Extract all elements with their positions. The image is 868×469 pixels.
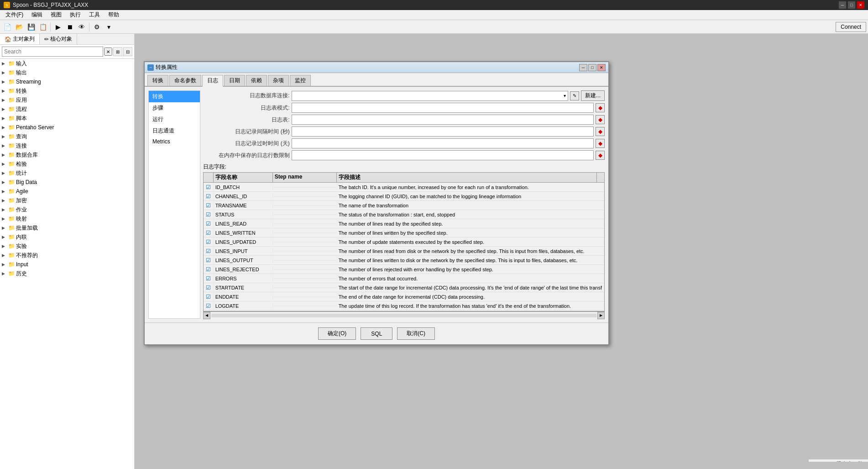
bottom-scrollbar[interactable] xyxy=(135,462,868,469)
tree-item-job[interactable]: ▶ 📁 作业 xyxy=(0,205,134,214)
tree-item-bulk[interactable]: ▶ 📁 批量加载 xyxy=(0,223,134,232)
nav-run[interactable]: 运行 xyxy=(149,114,200,125)
log-table-schema-input[interactable] xyxy=(292,103,594,113)
table-row[interactable]: ☑STARTDATEThe start of the date range fo… xyxy=(204,283,604,292)
tree-item-connect[interactable]: ▶ 📁 连接 xyxy=(0,141,134,150)
tree-item-validate[interactable]: ▶ 📁 检验 xyxy=(0,159,134,169)
log-size-clear-button[interactable]: ◆ xyxy=(596,151,605,160)
log-size-input[interactable] xyxy=(292,150,594,160)
save-as-button[interactable]: 📋 xyxy=(37,21,48,32)
menu-file[interactable]: 文件(F) xyxy=(2,10,27,20)
tree-item-streaming[interactable]: ▶ 📁 Streaming xyxy=(0,77,134,86)
nav-transform[interactable]: 转换 xyxy=(149,91,200,102)
dialog-tab-log[interactable]: 日志 xyxy=(202,75,223,87)
table-row[interactable]: ☑ID_BATCHThe batch ID. It's a unique num… xyxy=(204,183,604,192)
table-row[interactable]: ☑LINES_READThe number of lines read by t… xyxy=(204,219,604,228)
cell-check[interactable]: ☑ xyxy=(204,266,214,273)
sql-button[interactable]: SQL xyxy=(361,327,392,340)
save-button[interactable]: 💾 xyxy=(26,21,37,32)
cell-check[interactable]: ☑ xyxy=(204,275,214,282)
cancel-button[interactable]: 取消(C) xyxy=(397,327,435,340)
horizontal-scrollbar[interactable]: ◀ ▶ xyxy=(203,311,605,319)
menu-edit[interactable]: 编辑 xyxy=(28,10,46,20)
search-expand-button[interactable]: ⊞ xyxy=(113,47,122,56)
ok-button[interactable]: 确定(O) xyxy=(318,327,356,340)
cell-check[interactable]: ☑ xyxy=(204,238,214,246)
log-db-combo[interactable]: ▾ xyxy=(292,91,568,101)
table-body[interactable]: ☑ID_BATCHThe batch ID. It's a unique num… xyxy=(204,183,604,311)
cell-check[interactable]: ☑ xyxy=(204,293,214,300)
tree-item-stats[interactable]: ▶ 📁 统计 xyxy=(0,169,134,178)
settings-button[interactable]: ⚙ xyxy=(91,21,102,32)
hscroll-track[interactable] xyxy=(211,314,596,317)
cell-check[interactable]: ☑ xyxy=(204,211,214,218)
dialog-tab-date[interactable]: 日期 xyxy=(224,75,245,86)
dialog-maximize-button[interactable]: □ xyxy=(588,64,596,71)
tree-item-history[interactable]: ▶ 📁 历史 xyxy=(0,269,134,278)
new-file-button[interactable]: 📄 xyxy=(2,21,13,32)
table-row[interactable]: ☑TRANSNAMEThe name of the transformation xyxy=(204,201,604,210)
cell-check[interactable]: ☑ xyxy=(204,311,214,312)
table-row[interactable]: ☑CHANNEL_IDThe logging channel ID (GUID)… xyxy=(204,192,604,201)
cell-check[interactable]: ☑ xyxy=(204,229,214,237)
tree-item-flow[interactable]: ▶ 📁 流程 xyxy=(0,105,134,114)
search-collapse-button[interactable]: ⊟ xyxy=(123,47,132,56)
tree-item-app[interactable]: ▶ 📁 应用 xyxy=(0,95,134,105)
menu-help[interactable]: 帮助 xyxy=(105,10,123,20)
tree-item-deprecated[interactable]: ▶ 📁 不推荐的 xyxy=(0,251,134,260)
table-row[interactable]: ☑ENDDATEThe end of the date range for in… xyxy=(204,292,604,301)
tab-main-objects[interactable]: 🏠 主对象列 xyxy=(0,34,40,44)
open-file-button[interactable]: 📂 xyxy=(14,21,25,32)
dialog-tab-named-params[interactable]: 命名参数 xyxy=(169,75,201,86)
dialog-tab-transform[interactable]: 转换 xyxy=(147,75,168,86)
table-row[interactable]: ☑ERRORSThe number of errors that occurre… xyxy=(204,274,604,283)
menu-view[interactable]: 视图 xyxy=(47,10,65,20)
table-row[interactable]: ☑DEPDATEThe dependency date : the maximu… xyxy=(204,311,604,311)
dialog-tab-deps[interactable]: 依赖 xyxy=(246,75,267,86)
log-name-clear-button[interactable]: ◆ xyxy=(596,115,605,124)
preview-button[interactable]: 👁 xyxy=(76,21,87,32)
minimize-button[interactable]: ─ xyxy=(839,1,846,9)
cell-check[interactable]: ☑ xyxy=(204,184,214,191)
menu-tools[interactable]: 工具 xyxy=(85,10,104,20)
table-row[interactable]: ☑LINES_REJECTEDThe number of lines rejec… xyxy=(204,265,604,274)
tree-item-input[interactable]: ▶ 📁 输入 xyxy=(0,59,134,68)
table-row[interactable]: ☑LINES_WRITTENThe number of lines writte… xyxy=(204,228,604,237)
tree-item-transform[interactable]: ▶ 📁 转换 xyxy=(0,86,134,95)
connect-button[interactable]: Connect xyxy=(836,22,866,32)
canvas-area[interactable]: ↔ 转换属性 ─ □ ✕ 转换 命名参数 日志 日期 依赖 杂项 监控 xyxy=(135,34,868,469)
hscroll-right-button[interactable]: ▶ xyxy=(597,312,605,319)
tree-item-query[interactable]: ▶ 📁 查询 xyxy=(0,132,134,141)
cell-check[interactable]: ☑ xyxy=(204,284,214,291)
table-row[interactable]: ☑LINES_INPUTThe number of lines read fro… xyxy=(204,247,604,256)
tree-item-script[interactable]: ▶ 📁 脚本 xyxy=(0,114,134,123)
tree-item-input2[interactable]: ▶ 📁 Input xyxy=(0,260,134,269)
dialog-tab-monitor[interactable]: 监控 xyxy=(290,75,311,86)
table-row[interactable]: ☑LINES_OUTPUTThe number of lines written… xyxy=(204,256,604,265)
table-row[interactable]: ☑STATUSThe status of the transformation … xyxy=(204,210,604,219)
tree-item-mapping[interactable]: ▶ 📁 映射 xyxy=(0,214,134,223)
stop-button[interactable]: ⏹ xyxy=(64,21,75,32)
tree-item-pentaho[interactable]: ▶ 📁 Pentaho Server xyxy=(0,123,134,132)
nav-log-channel[interactable]: 日志通道 xyxy=(149,125,200,137)
log-interval-clear-button[interactable]: ◆ xyxy=(596,127,605,136)
dialog-minimize-button[interactable]: ─ xyxy=(579,64,587,71)
search-input[interactable] xyxy=(2,47,103,57)
search-clear-button[interactable]: ✕ xyxy=(104,47,112,56)
menu-run[interactable]: 执行 xyxy=(66,10,84,20)
log-interval-input[interactable] xyxy=(292,126,594,137)
log-name-input[interactable] xyxy=(292,115,594,125)
cell-check[interactable]: ☑ xyxy=(204,193,214,200)
close-button[interactable]: ✕ xyxy=(857,1,864,9)
dropdown-button[interactable]: ▾ xyxy=(103,21,114,32)
log-db-edit-button[interactable]: ✎ xyxy=(570,91,579,100)
tree-item-bigdata[interactable]: ▶ 📁 Big Data xyxy=(0,178,134,187)
cell-check[interactable]: ☑ xyxy=(204,257,214,264)
tree-item-dw[interactable]: ▶ 📁 数据合库 xyxy=(0,150,134,159)
nav-metrics[interactable]: Metrics xyxy=(149,137,200,147)
hscroll-left-button[interactable]: ◀ xyxy=(203,312,210,319)
cell-check[interactable]: ☑ xyxy=(204,302,214,310)
tree-item-encrypt[interactable]: ▶ 📁 加密 xyxy=(0,196,134,205)
log-table-schema-clear-button[interactable]: ◆ xyxy=(596,103,605,112)
cell-check[interactable]: ☑ xyxy=(204,202,214,209)
